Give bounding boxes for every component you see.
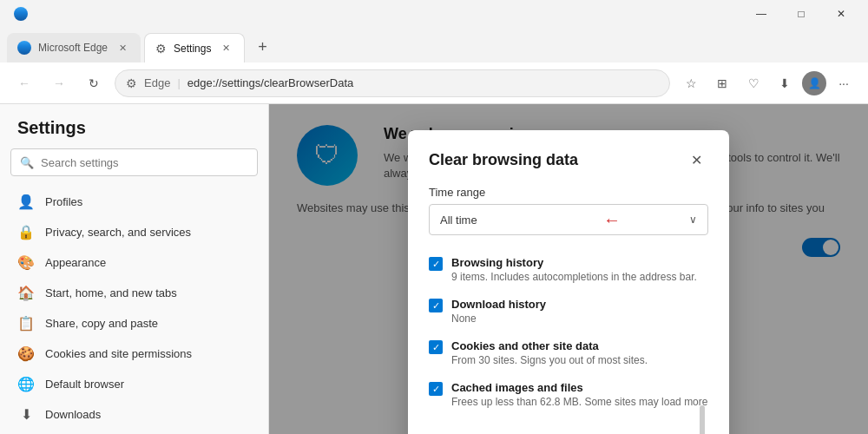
window-controls: — □ ✕: [741, 0, 861, 28]
minimize-button[interactable]: —: [741, 0, 781, 28]
privacy-icon: 🔒: [17, 224, 35, 240]
cookies-label: Cookies and site permissions: [45, 347, 251, 360]
edge-label: Edge: [144, 76, 170, 89]
main-layout: Settings 🔍 👤 Profiles 🔒 Privacy, search,…: [0, 104, 868, 434]
appearance-label: Appearance: [45, 256, 251, 269]
favorite-heart-icon[interactable]: ♡: [740, 69, 767, 97]
sidebar: Settings 🔍 👤 Profiles 🔒 Privacy, search,…: [0, 104, 269, 434]
favorites-star-icon[interactable]: ☆: [677, 69, 705, 97]
search-input[interactable]: [41, 156, 248, 169]
browsing-history-desc: 9 items. Includes autocompletions in the…: [451, 271, 697, 283]
maximize-button[interactable]: □: [781, 0, 821, 28]
forward-button[interactable]: →: [45, 69, 73, 97]
browsing-history-content: Browsing history 9 items. Includes autoc…: [451, 256, 697, 283]
content-area: 🛡 We value your privacy. We will always …: [269, 104, 868, 434]
sidebar-item-cookies[interactable]: 🍪 Cookies and site permissions: [0, 339, 268, 369]
browsing-history-title: Browsing history: [451, 256, 697, 269]
start-home-label: Start, home, and new tabs: [45, 286, 251, 299]
sidebar-item-downloads[interactable]: ⬇ Downloads: [0, 399, 268, 430]
search-icon: 🔍: [20, 156, 34, 169]
red-arrow-indicator: ←: [603, 210, 621, 230]
share-label: Share, copy and paste: [45, 317, 251, 330]
more-options-icon[interactable]: ···: [830, 69, 858, 97]
settings-title: Settings: [0, 118, 268, 148]
search-box[interactable]: 🔍: [10, 148, 258, 176]
cached-desc: Frees up less than 62.8 MB. Some sites m…: [451, 396, 707, 408]
refresh-button[interactable]: ↻: [80, 69, 108, 97]
profiles-icon: 👤: [17, 194, 35, 210]
browsing-history-item: ✓ Browsing history 9 items. Includes aut…: [429, 249, 708, 291]
modal-close-button[interactable]: ✕: [684, 148, 708, 172]
downloads-icon: ⬇: [17, 406, 35, 423]
collections-icon[interactable]: ⊞: [708, 69, 736, 97]
cookies-title: Cookies and other site data: [451, 339, 648, 352]
back-button[interactable]: ←: [10, 69, 38, 97]
edge-browser-icon: [14, 7, 28, 21]
browser-icon: 🌐: [17, 376, 35, 392]
modal-header: Clear browsing data ✕: [429, 148, 708, 172]
time-range-dropdown[interactable]: All time ← ∨: [429, 204, 708, 235]
settings-tab-close[interactable]: ✕: [218, 41, 233, 56]
cached-checkbox[interactable]: ✓: [429, 382, 443, 396]
edge-tab[interactable]: Microsoft Edge ✕: [7, 33, 141, 62]
cached-content: Cached images and files Frees up less th…: [451, 381, 707, 408]
sidebar-item-privacy[interactable]: 🔒 Privacy, search, and services: [0, 217, 268, 247]
download-history-title: Download history: [451, 298, 546, 311]
new-tab-button[interactable]: +: [248, 33, 276, 61]
share-icon: 📋: [17, 315, 35, 332]
download-history-content: Download history None: [451, 298, 546, 325]
edge-tab-label: Microsoft Edge: [38, 42, 108, 54]
clear-browsing-data-modal: Clear browsing data ✕ Time range All tim…: [408, 130, 729, 434]
download-history-item: ✓ Download history None: [429, 291, 708, 332]
modal-footer: Clear now Cancel: [429, 423, 708, 434]
sidebar-item-family[interactable]: 🏡 Family: [0, 430, 268, 434]
close-button[interactable]: ✕: [821, 0, 861, 28]
cached-title: Cached images and files: [451, 381, 707, 394]
tab-bar: Microsoft Edge ✕ ⚙ Settings ✕ +: [0, 28, 868, 62]
profile-icon[interactable]: 👤: [802, 71, 826, 95]
sidebar-item-default-browser[interactable]: 🌐 Default browser: [0, 369, 268, 399]
url-separator: |: [177, 76, 180, 89]
edge-tab-icon: [17, 41, 31, 55]
sidebar-item-share[interactable]: 📋 Share, copy and paste: [0, 308, 268, 339]
time-range-value: All time: [440, 214, 689, 227]
cached-item: ✓ Cached images and files Frees up less …: [429, 374, 708, 416]
checkbox-list: ✓ Browsing history 9 items. Includes aut…: [429, 249, 708, 416]
privacy-label: Privacy, search, and services: [45, 226, 251, 239]
start-home-icon: 🏠: [17, 285, 35, 301]
modal-title: Clear browsing data: [429, 151, 578, 169]
toolbar-icons: ☆ ⊞ ♡ ⬇ 👤 ···: [677, 69, 858, 97]
sidebar-item-appearance[interactable]: 🎨 Appearance: [0, 247, 268, 278]
cookies-desc: From 30 sites. Signs you out of most sit…: [451, 354, 648, 366]
url-settings-icon: ⚙: [126, 76, 137, 90]
cookies-item: ✓ Cookies and other site data From 30 si…: [429, 332, 708, 374]
settings-tab-icon: ⚙: [155, 42, 167, 56]
profiles-label: Profiles: [45, 195, 251, 208]
download-history-checkbox[interactable]: ✓: [429, 299, 443, 312]
dropdown-chevron-icon: ∨: [689, 214, 697, 226]
settings-tab[interactable]: ⚙ Settings ✕: [144, 33, 245, 62]
browser-label: Default browser: [45, 378, 251, 391]
modal-scrollbar[interactable]: [700, 405, 705, 434]
settings-tab-label: Settings: [174, 43, 211, 55]
download-history-desc: None: [451, 312, 546, 325]
address-bar: ← → ↻ ⚙ Edge | edge://settings/clearBrow…: [0, 62, 868, 104]
download-icon[interactable]: ⬇: [771, 69, 799, 97]
address-field[interactable]: ⚙ Edge | edge://settings/clearBrowserDat…: [115, 69, 670, 97]
appearance-icon: 🎨: [17, 254, 35, 271]
modal-overlay: Clear browsing data ✕ Time range All tim…: [269, 104, 868, 434]
title-bar: — □ ✕: [0, 0, 868, 28]
time-range-label: Time range: [429, 186, 708, 199]
browsing-history-checkbox[interactable]: ✓: [429, 257, 443, 271]
cookies-content: Cookies and other site data From 30 site…: [451, 339, 648, 366]
downloads-label: Downloads: [45, 408, 251, 421]
cookies-icon: 🍪: [17, 345, 35, 362]
sidebar-item-profiles[interactable]: 👤 Profiles: [0, 187, 268, 217]
url-text: edge://settings/clearBrowserData: [187, 76, 659, 89]
edge-tab-close[interactable]: ✕: [115, 40, 130, 56]
sidebar-item-start-home[interactable]: 🏠 Start, home, and new tabs: [0, 278, 268, 308]
cookies-checkbox[interactable]: ✓: [429, 340, 443, 354]
